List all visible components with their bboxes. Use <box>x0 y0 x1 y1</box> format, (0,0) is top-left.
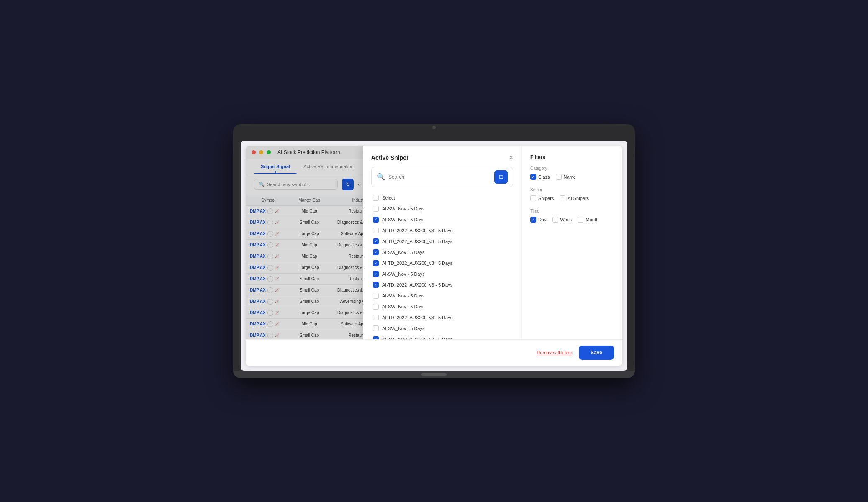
category-class-checkbox[interactable]: ✓ <box>530 174 536 180</box>
sniper-list-item[interactable]: AI-SW_Nov - 5 Days <box>371 323 513 333</box>
month-option[interactable]: Month <box>578 217 598 223</box>
sniper-filter-section: Sniper Snipers AI Snipers <box>530 187 614 201</box>
filter-icon: ⊟ <box>499 174 503 180</box>
sniper-list-item[interactable]: ✓ AI-SW_Nov - 5 Days <box>371 215 513 225</box>
sniper-options: Snipers AI Snipers <box>530 195 614 201</box>
snipers-option[interactable]: Snipers <box>530 195 554 201</box>
day-checkbox[interactable]: ✓ <box>530 217 536 223</box>
day-option[interactable]: ✓ Day <box>530 217 547 223</box>
category-options: ✓ Class Name <box>530 174 614 180</box>
sniper-checkbox-5[interactable]: ✓ <box>373 249 379 255</box>
category-name-option[interactable]: Name <box>556 174 576 180</box>
save-button[interactable]: Save <box>579 346 614 360</box>
modal-title: Active Sniper <box>371 154 408 161</box>
week-checkbox[interactable] <box>552 217 558 223</box>
modal-search-input[interactable] <box>388 174 491 180</box>
sniper-list-item[interactable]: ✓ AI-TD_2022_AUX200_v3 - 5 Days <box>371 280 513 290</box>
filters-title: Filters <box>530 154 614 160</box>
sniper-checkbox-11[interactable] <box>373 315 379 320</box>
modal-filter-button[interactable]: ⊟ <box>494 170 508 184</box>
sniper-list-item[interactable]: ✓ AI-SW_Nov - 5 Days <box>371 247 513 257</box>
sniper-checkbox-0[interactable] <box>373 195 379 201</box>
category-class-option[interactable]: ✓ Class <box>530 174 550 180</box>
modal-overlay: Active Sniper × 🔍 ⊟ Select <box>246 146 622 366</box>
category-name-checkbox[interactable] <box>556 174 562 180</box>
sniper-checkbox-1[interactable] <box>373 206 379 212</box>
sniper-list-item[interactable]: AI-TD_2022_AUX200_v3 - 5 Days <box>371 312 513 323</box>
modal-left-panel: Active Sniper × 🔍 ⊟ Select <box>363 146 522 366</box>
snipers-checkbox[interactable] <box>530 195 536 201</box>
time-label: Time <box>530 209 614 213</box>
sniper-list-item[interactable]: AI-SW_Nov - 5 Days <box>371 302 513 312</box>
sniper-checkbox-6[interactable]: ✓ <box>373 260 379 266</box>
sniper-checkbox-2[interactable]: ✓ <box>373 217 379 223</box>
sniper-checkbox-7[interactable]: ✓ <box>373 271 379 277</box>
month-checkbox[interactable] <box>578 217 583 223</box>
sniper-label: Sniper <box>530 187 614 192</box>
sniper-list-item[interactable]: Select <box>371 193 513 203</box>
week-option[interactable]: Week <box>552 217 572 223</box>
ai-snipers-checkbox[interactable] <box>560 195 565 201</box>
sniper-list-item[interactable]: AI-TD_2022_AUX200_v3 - 5 Days <box>371 225 513 236</box>
modal-close-button[interactable]: × <box>509 154 513 161</box>
sniper-checkbox-8[interactable]: ✓ <box>373 282 379 288</box>
sniper-list-item[interactable]: ✓ AI-TD_2022_AUX200_v3 - 5 Days <box>371 236 513 246</box>
sniper-list-item[interactable]: ✓ AI-SW_Nov - 5 Days <box>371 269 513 279</box>
modal-header: Active Sniper × <box>371 154 513 161</box>
modal-search-bar[interactable]: 🔍 ⊟ <box>371 167 513 187</box>
remove-filters-button[interactable]: Remove all filters <box>537 350 572 355</box>
ai-snipers-option[interactable]: AI Snipers <box>560 195 589 201</box>
modal-panel: Active Sniper × 🔍 ⊟ Select <box>363 146 622 366</box>
sniper-list-item[interactable]: AI-SW_Nov - 5 Days <box>371 291 513 301</box>
sniper-checkbox-10[interactable] <box>373 304 379 310</box>
modal-search-icon: 🔍 <box>377 173 385 181</box>
sniper-list-item[interactable]: ✓ AI-TD_2022_AUX200_v3 - 5 Days <box>371 258 513 268</box>
sniper-checkbox-9[interactable] <box>373 293 379 299</box>
time-options: ✓ Day Week Month <box>530 217 614 223</box>
sniper-checkbox-3[interactable] <box>373 228 379 233</box>
sniper-checkbox-4[interactable]: ✓ <box>373 238 379 244</box>
category-filter-section: Category ✓ Class Name <box>530 166 614 180</box>
sniper-list-item[interactable]: AI-SW_Nov - 5 Days <box>371 204 513 214</box>
category-label: Category <box>530 166 614 171</box>
modal-right-panel: Filters Category ✓ Class <box>522 146 622 366</box>
sniper-checkbox-12[interactable] <box>373 325 379 331</box>
time-filter-section: Time ✓ Day Week <box>530 209 614 223</box>
